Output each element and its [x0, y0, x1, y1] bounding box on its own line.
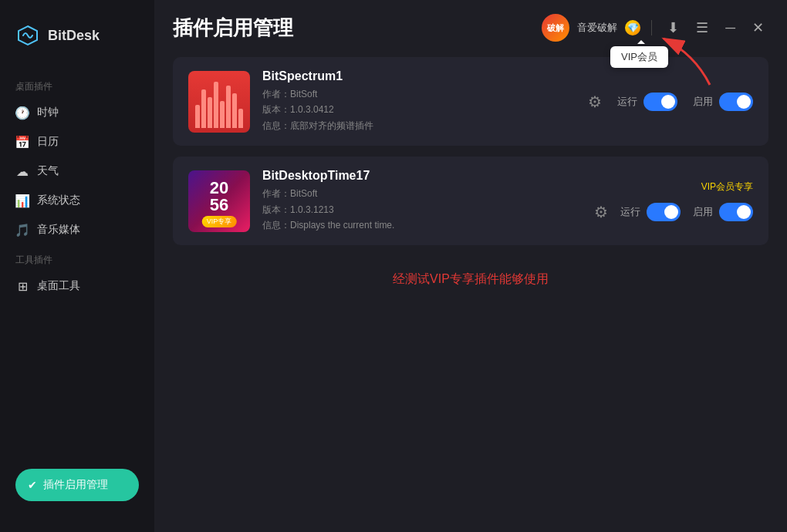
minimize-button[interactable]: ─ — [721, 17, 740, 39]
user-name[interactable]: 音爱破解 — [577, 21, 617, 35]
sidebar-item-desktool-label: 桌面工具 — [37, 279, 80, 293]
divider — [651, 20, 652, 35]
notice-text: 经测试VIP专享插件能够使用 — [173, 256, 768, 303]
run-label-bitdesktoptime: 运行 — [620, 205, 640, 219]
plugin-info-bitspectrum: BitSpectrum1 作者：BitSoft 版本：1.0.3.0412 信息… — [262, 69, 576, 133]
time-hour: 20 — [210, 180, 228, 197]
enable-toggle-bitdesktoptime[interactable] — [719, 203, 753, 221]
header: 插件启用管理 破解 音爱破解 💎 ⬇ ☰ ─ ✕ VIP会员 — [154, 0, 787, 49]
spec-bar-7 — [232, 93, 237, 128]
avatar-text: 破解 — [547, 22, 564, 34]
main-content: 插件启用管理 破解 音爱破解 💎 ⬇ ☰ ─ ✕ VIP会员 — [154, 0, 787, 532]
enable-control-bitspectrum: 启用 — [693, 93, 753, 111]
plugin-card-bitdesktoptime: 20 56 02/02 VIP专享 BitDesktopTime17 作者：Bi… — [173, 157, 768, 245]
spec-bar-3 — [208, 97, 212, 128]
plugin-author-bitdesktoptime: 作者：BitSoft — [262, 186, 582, 201]
header-right: 破解 音爱破解 💎 ⬇ ☰ ─ ✕ VIP会员 — [542, 14, 768, 42]
desktool-icon: ⊞ — [15, 279, 29, 293]
run-control-bitdesktoptime: 运行 — [620, 203, 681, 221]
active-btn-icon: ✔ — [28, 479, 37, 491]
logo-area: BitDesk — [0, 15, 154, 71]
plugin-info-text-bitspectrum: 信息：底部对齐的频谱插件 — [262, 118, 576, 133]
sidebar-item-music[interactable]: 🎵 音乐媒体 — [0, 215, 154, 244]
gear-icon-bitspectrum[interactable]: ⚙ — [588, 93, 602, 111]
sidebar-item-clock-label: 时钟 — [37, 106, 59, 120]
sidebar-item-weather[interactable]: ☁ 天气 — [0, 157, 154, 186]
spectrum-visual — [188, 71, 250, 133]
sidebar-item-clock[interactable]: 🕐 时钟 — [0, 98, 154, 127]
spec-bar-4 — [214, 82, 218, 128]
menu-button[interactable]: ☰ — [691, 16, 713, 39]
spec-bar-2 — [201, 89, 206, 128]
plugin-thumbnail-bitdesktoptime: 20 56 02/02 VIP专享 — [188, 170, 250, 232]
clock-icon: 🕐 — [15, 106, 29, 120]
sidebar-item-music-label: 音乐媒体 — [37, 223, 80, 237]
sidebar-item-weather-label: 天气 — [37, 164, 59, 178]
enable-label-bitdesktoptime: 启用 — [693, 205, 713, 219]
sidebar: BitDesk 桌面插件 🕐 时钟 📅 日历 ☁ 天气 📊 系统状态 🎵 音乐媒… — [0, 0, 154, 532]
plugin-name-bitdesktoptime: BitDesktopTime17 — [262, 169, 582, 183]
sidebar-item-calendar[interactable]: 📅 日历 — [0, 127, 154, 157]
plugin-info-bitdesktoptime: BitDesktopTime17 作者：BitSoft 版本：1.0.3.121… — [262, 169, 582, 233]
download-button[interactable]: ⬇ — [663, 16, 684, 39]
sidebar-item-sysstat[interactable]: 📊 系统状态 — [0, 186, 154, 215]
run-toggle-bitspectrum[interactable] — [643, 93, 677, 111]
sysstat-icon: 📊 — [15, 194, 29, 207]
vip-tooltip-text: VIP会员 — [621, 51, 657, 62]
plugin-version-bitdesktoptime: 版本：1.0.3.1213 — [262, 202, 582, 217]
plugin-controls-bitdesktoptime: VIP会员专享 ⚙ 运行 启用 — [594, 180, 753, 221]
enable-toggle-bitspectrum[interactable] — [719, 93, 753, 111]
active-btn-label: 插件启用管理 — [43, 478, 108, 492]
page-title: 插件启用管理 — [173, 15, 293, 42]
plugin-card-bitspectrum: BitSpectrum1 作者：BitSoft 版本：1.0.3.0412 信息… — [173, 57, 768, 146]
vip-badge: 💎 — [625, 20, 640, 35]
calendar-icon: 📅 — [15, 135, 29, 149]
weather-icon: ☁ — [15, 164, 29, 178]
gear-icon-bitdesktoptime[interactable]: ⚙ — [594, 203, 608, 221]
plugin-info-text-bitdesktoptime: 信息：Displays the current time. — [262, 217, 582, 233]
plugin-name-bitspectrum: BitSpectrum1 — [262, 69, 576, 83]
enable-control-bitdesktoptime: 启用 — [693, 203, 753, 221]
music-icon: 🎵 — [15, 223, 29, 237]
section1-label: 桌面插件 — [0, 74, 154, 98]
spec-bar-5 — [220, 101, 225, 128]
time-visual: 20 56 02/02 VIP专享 — [188, 170, 250, 232]
vip-tooltip: VIP会员 — [610, 46, 668, 68]
spec-bar-8 — [238, 109, 243, 128]
section2-label: 工具插件 — [0, 247, 154, 271]
sidebar-item-sysstat-label: 系统状态 — [37, 194, 80, 207]
enable-label-bitspectrum: 启用 — [693, 95, 713, 109]
run-toggle-bitdesktoptime[interactable] — [647, 203, 681, 221]
run-control-bitspectrum: 运行 — [617, 93, 677, 111]
vip-badge-thumb: VIP专享 — [202, 216, 237, 227]
sidebar-item-calendar-label: 日历 — [37, 135, 59, 149]
plugin-controls-bitspectrum: ⚙ 运行 启用 — [588, 93, 753, 111]
plugin-author-bitspectrum: 作者：BitSoft — [262, 86, 576, 102]
close-button[interactable]: ✕ — [748, 16, 768, 39]
run-label-bitspectrum: 运行 — [617, 95, 637, 109]
time-minute: 56 — [210, 197, 228, 214]
user-avatar[interactable]: 破解 — [542, 14, 569, 42]
app-name: BitDesk — [48, 28, 100, 44]
plugin-version-bitspectrum: 版本：1.0.3.0412 — [262, 102, 576, 117]
plugin-thumbnail-bitspectrum — [188, 71, 250, 133]
spec-bar-6 — [226, 86, 231, 128]
sidebar-item-desktool[interactable]: ⊞ 桌面工具 — [0, 271, 154, 301]
plugin-list: BitSpectrum1 作者：BitSoft 版本：1.0.3.0412 信息… — [154, 49, 787, 532]
spec-bar-1 — [195, 105, 200, 128]
logo-icon — [15, 23, 40, 48]
vip-exclusive-label: VIP会员专享 — [701, 180, 753, 194]
plugin-manager-button[interactable]: ✔ 插件启用管理 — [15, 469, 139, 501]
